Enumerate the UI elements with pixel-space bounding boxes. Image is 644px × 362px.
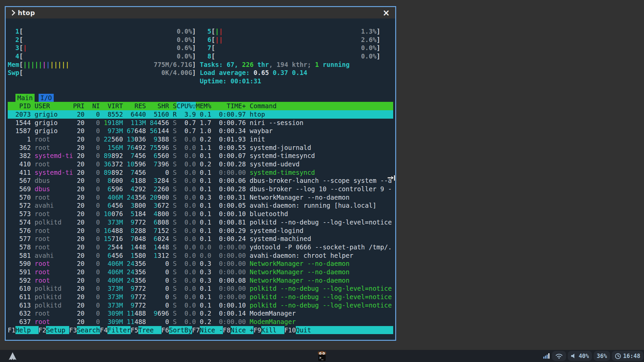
htop-terminal: 1[0.0%]5[||1.3%]2[0.0%]6[||2.6%]3[|0.6%]… (6, 18, 395, 340)
uptime: Uptime: 00:01:31 (200, 77, 261, 85)
process-row-567[interactable]: 567dbus200860041883284S0.00.10:00.06dbus… (8, 176, 393, 185)
process-row-411[interactable]: 411systemd-ti2008989274560S0.00.10:00.00… (8, 168, 393, 177)
process-row-590[interactable]: 590root200406M243560S0.00.30:00.00Networ… (8, 259, 393, 268)
fkey-f10-label: F10 (284, 326, 296, 334)
clock-status[interactable]: 16:48 (612, 351, 643, 361)
meter-6: 6[||2.6%] (200, 36, 380, 44)
process-row-581[interactable]: 581avahi200645615801312S0.00.00:00.00ava… (8, 251, 393, 260)
window-titlebar[interactable]: htop × (6, 7, 395, 18)
process-row-569[interactable]: 569dbus200659642922260S0.00.10:00.28dbus… (8, 185, 393, 193)
brightness-value: 36% (597, 353, 607, 359)
meter-4: 4[0.0%] (8, 52, 200, 61)
fkey-f5-label: F5 (131, 326, 138, 334)
clock-icon (615, 353, 621, 359)
fkey-f6-label: F6 (162, 326, 169, 334)
process-row-610[interactable]: 610polkitd200373M97720S0.00.10:00.00polk… (8, 284, 393, 293)
table-header[interactable]: PIDUSERPRINIVIRTRESSHRSCPU%▽MEM%TIME+Com… (8, 102, 393, 110)
process-row-1544[interactable]: 1544grigio2001918M113M84456S0.71.70:00.7… (8, 119, 393, 127)
fkey-f9-label: F9 (254, 326, 261, 334)
process-row-382[interactable]: 382systemd-ti2008989274566560S0.00.10:00… (8, 152, 393, 160)
column-header-virt[interactable]: VIRT (100, 102, 123, 110)
volume-status[interactable]: 40% (568, 351, 592, 361)
column-header-mem%[interactable]: MEM% (196, 102, 211, 110)
process-row-637[interactable]: 637root200309M114880S0.00.20:00.00ModemM… (8, 318, 393, 326)
fkey-f1-help[interactable]: Help (15, 326, 39, 334)
fkey-f4-label: F4 (100, 326, 108, 334)
fkey-f2-setup[interactable]: Setup (46, 326, 69, 334)
column-header-shr[interactable]: SHR (146, 102, 169, 110)
process-row-574[interactable]: 574polkitd200373M97726808S0.00.10:00.81p… (8, 218, 393, 227)
fkey-f3-search[interactable]: Search (77, 326, 100, 334)
meter-swp: Swp[0K/4.00G] (8, 69, 200, 77)
process-row-570[interactable]: 570root200406M2435620900S0.00.30:00.31Ne… (8, 193, 393, 202)
meter-3: 3[|0.6%] (8, 44, 200, 52)
taskbar: >_ (0, 350, 644, 362)
mouse-resize-cursor (387, 174, 397, 182)
close-button[interactable]: × (381, 8, 391, 17)
column-header-user[interactable]: USER (31, 102, 73, 110)
clock-value: 16:48 (623, 353, 640, 359)
column-header-time+[interactable]: TIME+ (211, 102, 246, 110)
speaker-icon (571, 353, 577, 359)
process-table: 2073grigio200855264405160R3.90.10:00.97h… (8, 110, 393, 326)
tasks-summary: Tasks: 67, 226 thr, 194 kthr; 1 running (200, 61, 350, 69)
meter-7: 7[0.0%] (200, 44, 380, 52)
meter-mem: Mem[||||||||||||775M/6.71G] (8, 61, 200, 69)
load-average: Load average: 0.65 0.37 0.14 (200, 69, 307, 77)
fkey-f3-label: F3 (69, 326, 77, 334)
fkey-f8-nice+[interactable]: Nice + (231, 326, 254, 334)
column-header-command[interactable]: Command (246, 102, 393, 110)
volume-value: 40% (579, 353, 589, 359)
window-title: htop (18, 9, 35, 16)
process-row-410[interactable]: 410root20036372105967396S0.00.20:00.28sy… (8, 160, 393, 168)
meter-area: 1[0.0%]5[||1.3%]2[0.0%]6[||2.6%]3[|0.6%]… (8, 27, 393, 85)
process-row-632[interactable]: 632root200309M114889696S0.00.20:00.14Mod… (8, 309, 393, 318)
blank-line (8, 85, 393, 94)
arch-linux-launcher-icon[interactable] (8, 352, 17, 361)
fkey-f9-kill[interactable]: Kill (261, 326, 284, 334)
wifi-status[interactable] (552, 351, 566, 361)
prompt-chevron-icon (10, 10, 15, 16)
column-header-pid[interactable]: PID (8, 102, 31, 110)
process-row-362[interactable]: 362root200156M7649275596S0.01.10:00.55sy… (8, 144, 393, 152)
column-header-res[interactable]: RES (123, 102, 146, 110)
tab-io[interactable]: I/O (39, 94, 54, 102)
wifi-icon (555, 353, 563, 359)
desktop: htop × 1[0.0%]5[||1.3%]2[0.0%]6[||2.6%]3… (0, 0, 644, 362)
column-header-cpu%[interactable]: CPU%▽ (177, 102, 196, 110)
meter-2: 2[0.0%] (8, 36, 200, 44)
fkey-f10-quit[interactable]: Quit (296, 326, 393, 334)
meter-1: 1[0.0%] (8, 27, 200, 36)
fkey-f7-label: F7 (192, 326, 200, 334)
fkey-f2-label: F2 (39, 326, 46, 334)
process-row-577[interactable]: 577root2001571670486024S0.00.10:00.24sys… (8, 235, 393, 243)
tab-main[interactable]: Main (15, 94, 35, 102)
column-header-ni[interactable]: NI (85, 102, 100, 110)
kitty-terminal-taskbar-icon[interactable]: >_ (316, 351, 328, 362)
fkey-f4-filter[interactable]: Filter (107, 326, 131, 334)
process-row-573[interactable]: 573root2001007651844800S0.00.10:00.10blu… (8, 210, 393, 218)
status-tray: 40% 36% 16:48 (543, 350, 643, 362)
fkey-f1-label: F1 (8, 326, 15, 334)
column-header-pri[interactable]: PRI (73, 102, 84, 110)
brightness-status[interactable]: 36% (594, 351, 610, 361)
htop-window: htop × 1[0.0%]5[||1.3%]2[0.0%]6[||2.6%]3… (5, 6, 396, 341)
svg-text:>_: >_ (319, 356, 324, 360)
process-row-578[interactable]: 578root200254414481448S0.00.00:00.00ydot… (8, 243, 393, 251)
process-row-1587[interactable]: 1587grigio200973M6764856144S0.71.00:00.3… (8, 127, 393, 135)
fkey-f6-sortby[interactable]: SortBy (169, 326, 192, 334)
fkey-f7-nice-[interactable]: Nice - (200, 326, 223, 334)
process-row-576[interactable]: 576root2001648882887152S0.00.10:00.29sys… (8, 227, 393, 235)
process-row-611[interactable]: 611polkitd200373M97720S0.00.10:00.00polk… (8, 293, 393, 301)
column-header-s[interactable]: S (169, 102, 177, 110)
meter-5: 5[||1.3%] (200, 27, 380, 36)
process-row-592[interactable]: 592root200406M243560S0.00.30:00.08Networ… (8, 276, 393, 285)
fkey-f8-label: F8 (223, 326, 231, 334)
process-row-591[interactable]: 591root200406M243560S0.00.30:00.00Networ… (8, 268, 393, 276)
fkey-f5-tree[interactable]: Tree (138, 326, 162, 334)
process-row-613[interactable]: 613polkitd200373M97720S0.00.10:00.10polk… (8, 301, 393, 310)
network-signal-bars-icon[interactable] (543, 353, 550, 359)
process-row-2073[interactable]: 2073grigio200855264405160R3.90.10:00.97h… (8, 110, 393, 119)
process-row-1[interactable]: 1root20022560130369388S0.00.20:01.93init (8, 135, 393, 144)
process-row-572[interactable]: 572avahi200645638003672S0.00.10:00.05ava… (8, 201, 393, 210)
